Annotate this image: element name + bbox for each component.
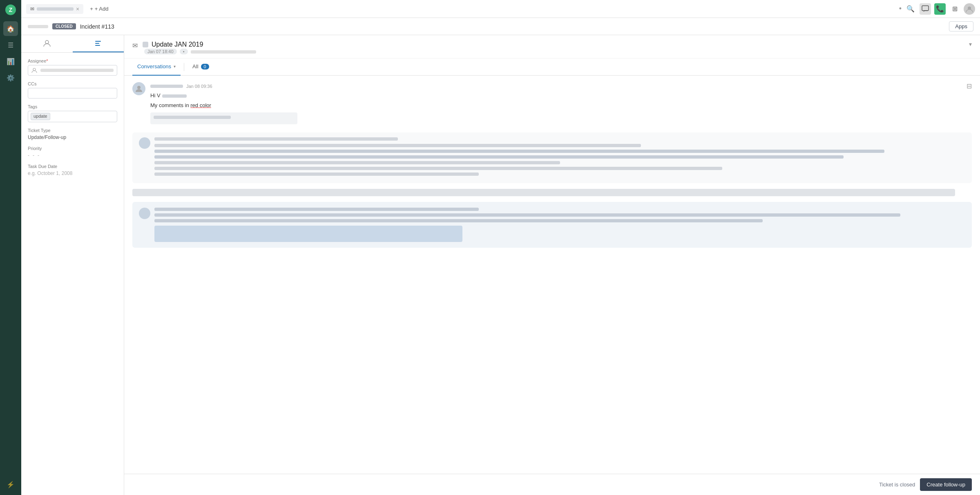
nav-reports[interactable]: 📊 [3, 54, 18, 69]
dot-indicator: • [899, 4, 902, 13]
svg-rect-2 [922, 6, 929, 11]
user-avatar[interactable] [964, 3, 975, 15]
message-body-1: Jan 08 09:36 ⊟ Hi V My comments in red c… [150, 82, 972, 124]
message-item-2 [132, 132, 972, 183]
mail-icon: ✉ [132, 42, 138, 49]
tab-mail-icon: ✉ [30, 6, 34, 12]
conversation-content: Jan 08 09:36 ⊟ Hi V My comments in red c… [124, 76, 980, 474]
task-due-date-label: Task Due Date [28, 164, 117, 169]
chat-icon-button[interactable] [920, 3, 931, 15]
app-logo: Z [4, 3, 17, 16]
red-color-text: red color [190, 102, 211, 108]
message-action-button-1[interactable]: ⊟ [967, 82, 972, 90]
all-tab-badge: 0 [201, 64, 209, 69]
svg-point-8 [33, 68, 36, 71]
message-inner-4 [139, 208, 965, 242]
create-followup-button[interactable]: Create follow-up [920, 478, 972, 491]
ticket-bottom-bar: Ticket is closed Create follow-up [124, 474, 980, 495]
nav-help[interactable]: ⚡ [3, 477, 18, 492]
ticket-main: ✉ Update JAN 2019 Jan 07 18:40 • ▾ [124, 35, 980, 495]
priority-to: - [38, 152, 39, 158]
subject-meta: Jan 07 18:40 • [143, 49, 964, 54]
priority-section: Priority - - - [21, 146, 124, 164]
ccs-section: CCs [21, 81, 124, 104]
sidebar-tabs [21, 35, 124, 53]
assignee-label: Assignee* [28, 58, 117, 63]
subject-title: Update JAN 2019 [152, 41, 203, 48]
add-tab-button[interactable]: + + Add [87, 4, 112, 13]
svg-text:Z: Z [9, 7, 13, 13]
svg-rect-5 [95, 41, 101, 42]
tags-section: Tags update [21, 104, 124, 128]
message-blurred-content [150, 112, 972, 124]
message-text-1: Hi V My comments in red color [150, 92, 972, 109]
message-item-4 [132, 202, 972, 248]
tab-label [37, 7, 74, 11]
ticket-subject-bar: ✉ Update JAN 2019 Jan 07 18:40 • ▾ [124, 35, 980, 58]
top-bar-right: • 🔍 📞 ⊞ [899, 3, 975, 15]
message-header-1: Jan 08 09:36 ⊟ [150, 82, 972, 90]
due-date-placeholder: e.g. October 1, 2008 [28, 170, 117, 176]
tags-container[interactable]: update [28, 111, 117, 122]
assignee-section: Assignee* [21, 53, 124, 81]
nav-home[interactable]: 🏠 [3, 21, 18, 36]
tab-conversations[interactable]: Conversations ▾ [132, 58, 181, 76]
ticket-header: CLOSED Incident #113 Apps [21, 18, 980, 35]
plus-icon: + [90, 6, 93, 12]
tab-close-button[interactable]: × [76, 6, 79, 12]
svg-rect-7 [95, 45, 100, 46]
priority-from: - [28, 152, 29, 158]
ticket-type-section: Ticket Type Update/Follow-up [21, 128, 124, 146]
apps-button[interactable]: Apps [949, 21, 973, 31]
left-sidebar: Assignee* CCs Tags update [21, 35, 124, 495]
assignee-input[interactable] [28, 65, 117, 76]
sidebar-tab-list[interactable] [73, 35, 124, 52]
body-split: Assignee* CCs Tags update [21, 35, 980, 495]
message-avatar-1 [132, 82, 145, 95]
avatar-4 [139, 208, 150, 219]
message-time-1: Jan 08 09:36 [186, 84, 212, 89]
subject-dropdown-arrow[interactable]: ▾ [969, 41, 972, 47]
ticket-back-nav [28, 25, 48, 28]
ticket-closed-text: Ticket is closed [879, 482, 915, 488]
ticket-type-label: Ticket Type [28, 128, 117, 133]
nav-settings[interactable]: ⚙️ [3, 70, 18, 85]
ticket-tab[interactable]: ✉ × [26, 4, 83, 14]
tab-divider [184, 63, 184, 71]
ticket-status-badge: CLOSED [52, 23, 76, 29]
priority-label: Priority [28, 146, 117, 151]
conversation-tabs: Conversations ▾ All 0 [124, 58, 980, 76]
priority-row: - - - [28, 152, 117, 158]
top-bar: ✉ × + + Add • 🔍 📞 ⊞ [21, 0, 980, 18]
tag-update: update [31, 113, 50, 120]
message-lines-2 [154, 137, 965, 178]
message-inner-2 [139, 137, 965, 178]
main-content: ✉ × + + Add • 🔍 📞 ⊞ [21, 0, 980, 495]
task-due-date-section: Task Due Date e.g. October 1, 2008 [21, 164, 124, 182]
avatar-2 [139, 137, 150, 149]
svg-rect-6 [95, 43, 99, 44]
tags-label: Tags [28, 104, 117, 109]
nav-views[interactable]: ☰ [3, 38, 18, 52]
ticket-title: Incident #113 [80, 23, 114, 30]
priority-separator: - [33, 152, 34, 158]
svg-point-4 [45, 40, 49, 44]
sidebar-tab-person[interactable] [21, 35, 73, 52]
ccs-input[interactable] [28, 88, 117, 99]
phone-icon-button[interactable]: 📞 [934, 3, 946, 15]
message-lines-4 [154, 208, 965, 242]
search-icon-button[interactable]: 🔍 [905, 3, 916, 15]
ccs-label: CCs [28, 81, 117, 86]
left-navigation: Z 🏠 ☰ 📊 ⚙️ ⚡ [0, 0, 21, 495]
blurred-bar-section [132, 189, 972, 196]
subject-info: Update JAN 2019 Jan 07 18:40 • [143, 41, 964, 54]
apps-grid-icon-button[interactable]: ⊞ [949, 3, 960, 15]
message-item-1: Jan 08 09:36 ⊟ Hi V My comments in red c… [132, 82, 972, 124]
conversations-dropdown-icon: ▾ [174, 64, 176, 69]
svg-point-9 [137, 86, 141, 89]
tab-all[interactable]: All 0 [188, 58, 214, 76]
ticket-type-value: Update/Follow-up [28, 134, 117, 140]
